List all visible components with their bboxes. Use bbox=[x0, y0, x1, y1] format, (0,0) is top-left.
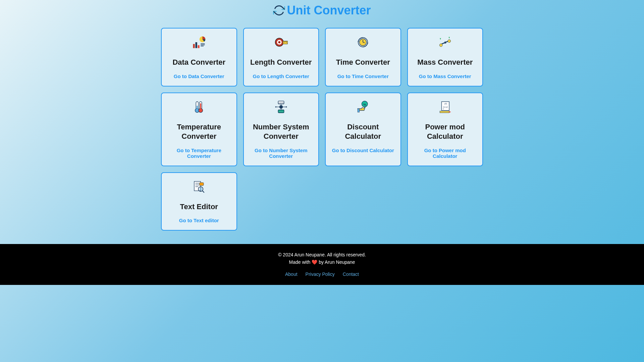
svg-point-10 bbox=[279, 42, 280, 43]
footer: © 2024 Arun Neupane. All rights reserved… bbox=[0, 244, 644, 285]
footer-links: About Privacy Policy Contact bbox=[0, 272, 644, 277]
card-mass-converter: Mass Converter Go to Mass Converter bbox=[407, 28, 483, 86]
svg-point-61 bbox=[199, 187, 202, 190]
svg-rect-6 bbox=[201, 46, 204, 47]
footer-link-contact[interactable]: Contact bbox=[343, 272, 359, 277]
card-length-converter: Length Converter Go to Length Converter bbox=[243, 28, 319, 86]
svg-point-37 bbox=[275, 106, 276, 108]
time-icon bbox=[356, 35, 370, 49]
svg-text:√4: √4 bbox=[444, 103, 447, 105]
card-temperature-converter: Temperature Converter Go to Temperature … bbox=[161, 93, 237, 166]
svg-rect-40 bbox=[278, 110, 284, 113]
page-title: Unit Converter bbox=[287, 3, 371, 17]
card-title: Mass Converter bbox=[417, 58, 473, 67]
card-text-editor: Text Editor Go to Text editor bbox=[161, 172, 237, 231]
svg-rect-1 bbox=[196, 42, 197, 48]
svg-marker-20 bbox=[367, 42, 369, 43]
footer-link-privacy[interactable]: Privacy Policy bbox=[306, 272, 335, 277]
text-editor-icon bbox=[192, 180, 206, 194]
temperature-icon bbox=[192, 100, 206, 114]
card-link-length[interactable]: Go to Length Converter bbox=[253, 73, 309, 79]
length-icon bbox=[274, 35, 288, 49]
card-title: Time Converter bbox=[336, 58, 390, 67]
svg-text:=: = bbox=[443, 107, 444, 110]
svg-rect-0 bbox=[193, 44, 195, 48]
svg-text:11010: 11010 bbox=[278, 101, 284, 104]
footer-made-with: Made with ❤️ by Arun Neupane bbox=[0, 259, 644, 265]
card-time-converter: Time Converter Go to Time Converter bbox=[325, 28, 401, 86]
svg-rect-32 bbox=[200, 103, 202, 110]
svg-point-38 bbox=[286, 106, 287, 108]
card-power-mod-calculator: √4 (x+y) = Power mod Calculator Go to Po… bbox=[407, 93, 483, 166]
footer-copyright: © 2024 Arun Neupane. All rights reserved… bbox=[0, 252, 644, 257]
svg-rect-47 bbox=[358, 109, 360, 112]
data-icon bbox=[192, 35, 206, 49]
svg-marker-26 bbox=[448, 37, 450, 39]
card-link-number-system[interactable]: Go to Number System Converter bbox=[249, 147, 314, 159]
card-link-temperature[interactable]: Go to Temperature Converter bbox=[167, 147, 231, 159]
card-title: Discount Calculator bbox=[331, 122, 395, 141]
card-data-converter: Data Converter Go to Data Converter bbox=[161, 28, 237, 86]
card-link-text-editor[interactable]: Go to Text editor bbox=[179, 218, 219, 223]
card-link-power-mod[interactable]: Go to Power mod Calculator bbox=[413, 147, 478, 159]
svg-point-24 bbox=[448, 40, 451, 43]
footer-by: by Arun Neupane bbox=[319, 259, 355, 265]
card-link-data[interactable]: Go to Data Converter bbox=[174, 73, 224, 79]
header: Unit Converter bbox=[0, 0, 644, 28]
svg-rect-29 bbox=[197, 106, 198, 110]
number-system-icon: 11010 bbox=[274, 100, 288, 114]
card-title: Number System Converter bbox=[249, 122, 314, 141]
discount-icon: % bbox=[356, 100, 370, 114]
svg-marker-53 bbox=[449, 111, 451, 113]
svg-marker-25 bbox=[440, 38, 441, 40]
svg-rect-2 bbox=[198, 45, 200, 48]
footer-made-label: Made with bbox=[289, 259, 311, 265]
svg-marker-19 bbox=[358, 41, 359, 43]
svg-rect-52 bbox=[440, 111, 449, 113]
svg-point-23 bbox=[439, 44, 442, 47]
card-title: Power mod Calculator bbox=[413, 122, 478, 141]
card-link-discount[interactable]: Go to Discount Calculator bbox=[332, 147, 394, 153]
mass-icon bbox=[438, 35, 452, 49]
svg-text:%: % bbox=[363, 102, 366, 106]
card-title: Data Converter bbox=[172, 58, 225, 67]
power-mod-icon: √4 (x+y) = bbox=[438, 100, 452, 114]
card-discount-calculator: % Discount Calculator Go to Discount Cal… bbox=[325, 93, 401, 166]
card-link-time[interactable]: Go to Time Converter bbox=[337, 73, 389, 79]
card-title: Text Editor bbox=[180, 202, 218, 212]
svg-rect-5 bbox=[201, 45, 205, 45]
svg-line-60 bbox=[203, 191, 204, 192]
card-title: Length Converter bbox=[250, 58, 312, 67]
footer-link-about[interactable]: About bbox=[285, 272, 298, 277]
card-link-mass[interactable]: Go to Mass Converter bbox=[419, 73, 471, 79]
card-number-system-converter: 11010 Number System Converter Go to Numb… bbox=[243, 93, 319, 166]
heart-icon: ❤️ bbox=[312, 259, 317, 265]
header-title-wrapper: Unit Converter bbox=[273, 3, 371, 17]
svg-rect-58 bbox=[200, 183, 204, 186]
svg-rect-4 bbox=[201, 44, 205, 44]
refresh-icon bbox=[273, 4, 285, 16]
card-title: Temperature Converter bbox=[167, 122, 231, 141]
cards-grid: Data Converter Go to Data Converter Leng… bbox=[154, 28, 490, 244]
